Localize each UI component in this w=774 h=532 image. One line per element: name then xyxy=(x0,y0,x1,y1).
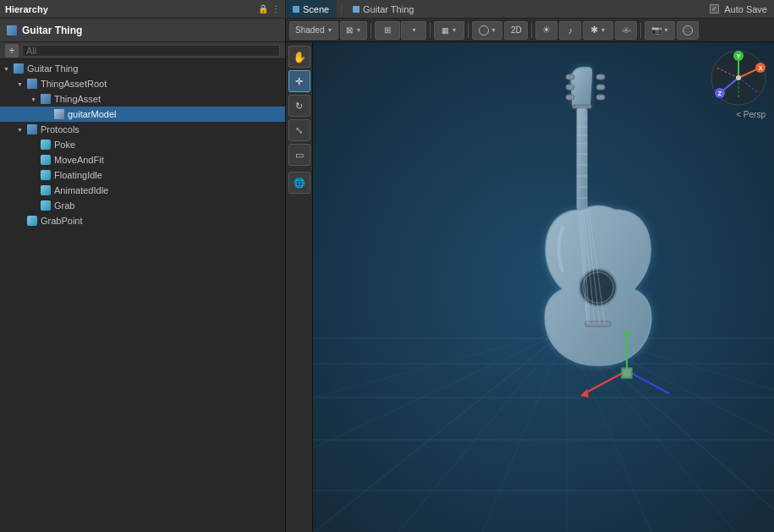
hierarchy-tab-label[interactable]: Hierarchy xyxy=(5,4,48,14)
add-button[interactable]: + xyxy=(5,44,19,58)
svg-line-48 xyxy=(631,373,669,393)
hidden-btn[interactable]: 👁 xyxy=(615,21,637,40)
svg-text:X: X xyxy=(759,65,763,71)
camera-icon: 📷 xyxy=(651,25,661,35)
tree-label-protocols: Protocols xyxy=(41,124,80,134)
scene-toolbar: Shaded ▼ ⊠ ▼ ⊞ ▼ ▦ ▼ xyxy=(286,19,774,42)
hierarchy-panel-header: Guitar Thing xyxy=(0,19,285,42)
svg-rect-21 xyxy=(596,95,605,100)
scene-mode-btn-1[interactable]: ⊞ xyxy=(375,21,400,40)
camera-dropdown[interactable]: 📷 ▼ xyxy=(645,21,675,40)
lighting-icon: ☀ xyxy=(542,25,551,36)
grid-icon: ▦ xyxy=(442,26,449,35)
tree-area: ▼ Guitar Thing ▼ ThingAssetRoot ▼ ThingA… xyxy=(0,59,285,532)
hand-tool-btn[interactable]: ✋ xyxy=(288,46,310,68)
tree-item-grab-point[interactable]: GrabPoint xyxy=(0,213,285,228)
prefab-icon-4 xyxy=(41,185,51,195)
guitar-thing-tab-icon xyxy=(353,6,360,13)
svg-rect-20 xyxy=(596,85,605,90)
overlay-dropdown[interactable]: ⊠ ▼ xyxy=(340,21,367,40)
tool-sidebar: ✋ ✛ ↻ ⤡ ▭ 🌐 xyxy=(286,42,313,532)
scene-tab[interactable]: Scene xyxy=(286,0,337,18)
hierarchy-panel-title: Guitar Thing xyxy=(22,25,82,36)
tree-label-animated-idle: AnimatedIdle xyxy=(54,185,108,195)
tree-item-grab[interactable]: Grab xyxy=(0,198,285,213)
effects-chevron: ▼ xyxy=(600,27,606,33)
persp-label: < Persp xyxy=(736,110,766,119)
overlay-toggle-btn[interactable]: 🌐 xyxy=(288,172,310,194)
cube-icon-3 xyxy=(27,124,37,134)
eye-icon: 👁 xyxy=(622,25,631,36)
grid-chevron: ▼ xyxy=(451,27,457,33)
tree-item-thing-asset-root[interactable]: ▼ ThingAssetRoot xyxy=(0,76,285,91)
grid-btn[interactable]: ▦ ▼ xyxy=(434,21,464,40)
sphere-chevron: ▼ xyxy=(491,27,497,33)
svg-rect-22 xyxy=(573,105,591,108)
auto-save-label: Auto Save xyxy=(724,4,767,14)
toolbar-sep-4 xyxy=(531,23,532,38)
tree-item-protocols[interactable]: ▼ Protocols xyxy=(0,122,285,137)
svg-marker-45 xyxy=(623,330,630,337)
move-tool-btn[interactable]: ✛ xyxy=(288,70,310,92)
prefab-icon-1 xyxy=(41,140,51,150)
tree-label-grab: Grab xyxy=(54,200,74,211)
prefab-icon-2 xyxy=(41,155,51,165)
prefab-icon-3 xyxy=(41,170,51,180)
scene-canvas[interactable]: Y X Z xyxy=(313,42,774,532)
more-icon[interactable]: ⋮ xyxy=(272,4,280,14)
hierarchy-panel-icon xyxy=(7,25,17,36)
svg-rect-19 xyxy=(596,74,605,80)
auto-save-checkbox[interactable]: ✓ xyxy=(710,4,719,14)
guitar-thing-tab[interactable]: Guitar Thing xyxy=(346,0,420,18)
tree-item-floating-idle[interactable]: FloatingIdle xyxy=(0,167,285,183)
sphere-btn[interactable]: ▼ xyxy=(472,21,502,40)
rect-tool-btn[interactable]: ▭ xyxy=(288,144,310,166)
audio-btn[interactable]: ♪ xyxy=(559,21,581,40)
effects-icon: ✱ xyxy=(590,25,598,36)
effects-btn[interactable]: ✱ ▼ xyxy=(583,21,613,40)
shaded-label: Shaded xyxy=(295,25,324,35)
mesh-icon xyxy=(54,109,64,119)
2d-label: 2D xyxy=(511,25,522,35)
tree-label-grab-point: GrabPoint xyxy=(41,216,83,226)
lighting-btn[interactable]: ☀ xyxy=(535,21,557,40)
scene-view: Shaded ▼ ⊠ ▼ ⊞ ▼ ▦ ▼ xyxy=(286,19,774,532)
tree-item-guitar-thing[interactable]: ▼ Guitar Thing xyxy=(0,61,285,76)
tree-label-poke: Poke xyxy=(54,140,75,150)
scene-mode-btn-2[interactable]: ▼ xyxy=(401,21,426,40)
tree-item-poke[interactable]: Poke xyxy=(0,137,285,152)
audio-icon: ♪ xyxy=(568,25,574,36)
tree-label-thing-asset-root: ThingAssetRoot xyxy=(41,79,107,89)
tree-item-animated-idle[interactable]: AnimatedIdle xyxy=(0,183,285,198)
svg-rect-17 xyxy=(566,85,574,90)
lock-icon[interactable]: 🔒 xyxy=(258,4,268,14)
tree-label-floating-idle: FloatingIdle xyxy=(54,170,102,180)
svg-line-46 xyxy=(585,373,623,393)
svg-text:Z: Z xyxy=(718,90,722,96)
globe-icon xyxy=(683,25,693,36)
search-bar: + xyxy=(0,42,285,59)
2d-button[interactable]: 2D xyxy=(504,21,528,40)
scene-tab-dot xyxy=(293,6,299,13)
scale-tool-btn[interactable]: ⤡ xyxy=(288,119,310,141)
rotate-tool-btn[interactable]: ↻ xyxy=(288,95,310,117)
svg-point-64 xyxy=(736,75,741,80)
tree-item-guitar-model[interactable]: guitarModel xyxy=(0,107,285,122)
shaded-dropdown[interactable]: Shaded ▼ xyxy=(289,21,338,40)
scene-mode-group: ⊞ ▼ xyxy=(375,21,426,40)
hierarchy-panel: Guitar Thing + ▼ Guitar Thing ▼ ThingAss… xyxy=(0,19,286,532)
toolbar-sep-5 xyxy=(640,23,641,38)
svg-rect-50 xyxy=(622,368,632,378)
tree-label-thing-asset: ThingAsset xyxy=(54,94,101,104)
orientation-gizmo[interactable]: Y X Z xyxy=(710,49,767,107)
pipe-separator: | xyxy=(337,4,346,14)
hierarchy-search-input[interactable] xyxy=(22,45,280,57)
tree-label-guitar-model: guitarModel xyxy=(68,109,116,119)
tree-label-move-and-fit: MoveAndFit xyxy=(54,155,104,165)
cube-icon-2 xyxy=(41,94,51,104)
tree-item-move-and-fit[interactable]: MoveAndFit xyxy=(0,152,285,167)
svg-rect-18 xyxy=(566,95,574,100)
tree-item-thing-asset[interactable]: ▼ ThingAsset xyxy=(0,91,285,107)
chevron-down-icon: ▼ xyxy=(327,27,332,33)
render-btn[interactable] xyxy=(677,21,699,40)
